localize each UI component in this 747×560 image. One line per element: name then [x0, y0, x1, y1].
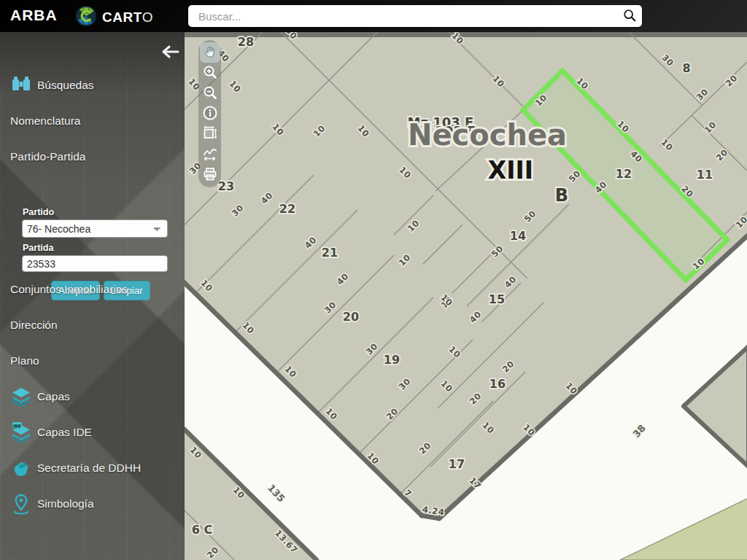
sidebar-item-label: Plano	[10, 354, 39, 368]
sidebar: BúsquedasNomenclaturaPartido-Partida Par…	[0, 32, 185, 560]
partida-label: Partida	[23, 243, 185, 253]
parcel-number: 6 C	[192, 523, 212, 537]
sidebar-item-b-squedas[interactable]: Búsquedas	[0, 67, 185, 103]
zoom-out-tool[interactable]	[200, 83, 220, 104]
sidebar-item-capas-ide[interactable]: IDECapas IDE	[0, 414, 185, 450]
sidebar-item-simbolog-a[interactable]: Simbología	[0, 486, 185, 521]
parcel-number: 14	[510, 229, 526, 243]
parcel-number: 28	[238, 35, 254, 49]
measure-area-icon	[201, 125, 219, 144]
carto-globe-icon	[75, 5, 97, 30]
arba-carto-app: 5040101010103020301010201010101040201050…	[0, 0, 747, 560]
parcel-number: 20	[343, 310, 359, 324]
map-canvas[interactable]: 5040101010103020301010201010101040201050…	[185, 32, 747, 560]
printer-icon	[201, 166, 219, 185]
sidebar-item-label: Nomenclatura	[10, 114, 81, 128]
section-label: B	[555, 185, 568, 206]
sidebar-item-label: Capas	[37, 390, 70, 403]
sidebar-item-label: Secretaría de DDHH	[37, 462, 141, 475]
search-icon	[622, 8, 637, 25]
sidebar-item-label: Dirección	[10, 319, 58, 332]
sidebar-collapse-button[interactable]	[160, 44, 180, 61]
info-tool[interactable]	[200, 104, 220, 124]
map-top-street-band	[185, 32, 747, 37]
sidebar-item-conjuntos-inmobiliarios[interactable]: Conjuntos Inmobiliarios	[0, 271, 185, 307]
binoculars-icon	[10, 74, 35, 97]
sidebar-item-label: Conjuntos Inmobiliarios	[10, 283, 128, 296]
parcel-number: 22	[279, 202, 295, 216]
topbar: ARBA CARTO	[0, 0, 747, 32]
sidebar-item-secretar-a-de-ddhh[interactable]: Secretaría de DDHH	[0, 450, 185, 486]
parcel-number: 21	[322, 246, 338, 260]
locality-label: Necochea	[408, 118, 567, 152]
carto-logo: CARTO	[75, 5, 153, 30]
sidebar-item-capas[interactable]: Capas	[0, 378, 185, 414]
sidebar-item-label: Capas IDE	[37, 426, 92, 439]
hands-icon	[10, 456, 35, 480]
sidebar-item-direcci-n[interactable]: Dirección	[0, 307, 185, 343]
zoom-in-tool[interactable]	[200, 63, 220, 83]
parcel-number: 16	[489, 377, 506, 391]
sidebar-item-label: Simbología	[37, 497, 94, 510]
parcel-number: 17	[449, 457, 465, 471]
parcel-number: 12	[616, 167, 632, 181]
zoom-in-icon	[201, 63, 219, 83]
info-icon	[201, 104, 219, 124]
arba-logo: ARBA	[10, 7, 58, 24]
map-pin-icon	[10, 492, 35, 516]
layers-icon	[10, 385, 35, 408]
sidebar-item-label: Búsquedas	[37, 79, 94, 92]
arrow-left-icon	[160, 50, 179, 61]
section-label: XIII	[488, 156, 533, 184]
parcel-number: 23	[218, 179, 234, 193]
sidebar-item-nomenclatura[interactable]: Nomenclatura	[0, 103, 185, 139]
measure-area-tool[interactable]	[200, 124, 220, 144]
partido-select[interactable]: 76- Necochea	[22, 219, 168, 238]
search-button[interactable]	[617, 5, 642, 27]
measure-path-tool[interactable]	[200, 144, 220, 165]
parcel-number: 19	[384, 353, 400, 367]
sidebar-item-label: Partido-Partida	[10, 150, 85, 163]
parcel-number: 8	[682, 61, 690, 75]
zoom-out-icon	[201, 84, 219, 104]
carto-wordmark: CARTO	[102, 9, 153, 26]
hand-icon	[201, 43, 219, 63]
partido-label: Partido	[23, 207, 185, 217]
parcel-number: 15	[489, 292, 505, 306]
search-input[interactable]	[188, 10, 617, 23]
sidebar-menu-top: BúsquedasNomenclaturaPartido-Partida	[0, 67, 185, 174]
search-bar	[188, 5, 642, 27]
sidebar-item-partido-partida[interactable]: Partido-Partida	[0, 139, 185, 174]
sidebar-menu-bottom: Conjuntos InmobiliariosDirecciónPlanoCap…	[0, 271, 185, 521]
measure-path-icon	[201, 145, 219, 165]
sidebar-item-plano[interactable]: Plano	[0, 343, 185, 378]
map-toolbar	[198, 40, 221, 187]
pan-tool[interactable]	[200, 42, 220, 63]
layers-ide-icon: IDE	[10, 421, 35, 444]
partida-input[interactable]	[22, 255, 168, 272]
parcel-number: 11	[697, 168, 713, 182]
cadastral-map[interactable]: 5040101010103020301010201010101040201050…	[185, 32, 747, 560]
svg-text:IDE: IDE	[13, 424, 21, 428]
print-tool[interactable]	[200, 165, 220, 185]
